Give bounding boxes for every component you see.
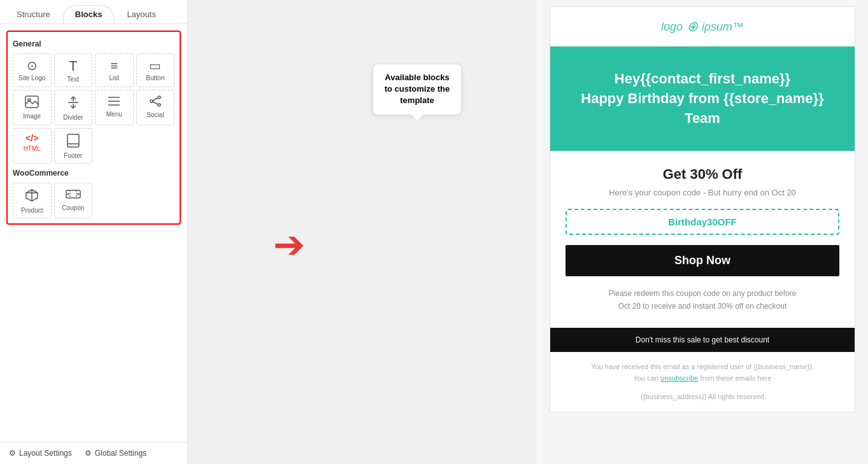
email-body: Get 30% Off Here's your coupon code - Bu…	[550, 151, 855, 327]
block-social[interactable]: Social	[136, 90, 175, 125]
block-list[interactable]: ≡ List	[95, 53, 134, 87]
unsubscribe-link[interactable]: unsubscribe	[660, 374, 698, 382]
block-text[interactable]: T Text	[54, 53, 93, 87]
footer-label: Footer	[64, 152, 82, 159]
text-icon: T	[69, 59, 77, 73]
block-coupon[interactable]: Coupon	[54, 183, 93, 218]
offer-title: Get 30% Off	[566, 166, 839, 183]
block-image[interactable]: Image	[13, 90, 52, 125]
menu-icon	[107, 95, 121, 108]
block-site-logo[interactable]: ⊙ Site Logo	[13, 53, 52, 87]
tooltip-bubble: Available blocks to customize the templa…	[373, 64, 462, 115]
email-hero: Hey{{contact_first_name}} Happy Birthday…	[550, 46, 855, 151]
logo-area: logo ⊕ ipsum™	[562, 18, 843, 35]
tabs-bar: Structure Blocks Layouts	[0, 0, 187, 24]
left-panel: Structure Blocks Layouts General ⊙ Site …	[0, 0, 188, 464]
global-settings-label: Global Settings	[95, 449, 146, 458]
coupon-icon	[66, 188, 81, 202]
tab-blocks[interactable]: Blocks	[63, 5, 115, 24]
list-icon: ≡	[110, 59, 118, 72]
footer-banner-text: Don't miss this sale to get best discoun…	[636, 335, 769, 344]
menu-label: Menu	[106, 111, 122, 118]
svg-point-21	[77, 193, 79, 195]
shop-now-button[interactable]: Shop Now	[566, 245, 839, 276]
email-container: logo ⊕ ipsum™ Hey{{contact_first_name}} …	[550, 6, 855, 412]
html-icon: </>	[25, 134, 38, 143]
site-logo-label: Site Logo	[18, 74, 45, 81]
middle-area: Available blocks to customize the templa…	[188, 0, 537, 464]
offer-subtitle: Here's your coupon code - But hurry end …	[566, 188, 839, 197]
footer-line1: You have received this email as a regist…	[559, 361, 846, 373]
button-icon: ▭	[149, 59, 161, 72]
text-label: Text	[68, 76, 79, 83]
footer-icon	[67, 134, 80, 150]
product-icon	[25, 188, 39, 204]
footer-address: {{business_address}} All rights reserved	[559, 391, 846, 403]
tab-structure[interactable]: Structure	[5, 5, 62, 24]
blocks-content: General ⊙ Site Logo T Text ≡ List	[0, 24, 187, 442]
svg-line-12	[153, 102, 158, 104]
block-html[interactable]: </> HTML	[13, 128, 52, 164]
logo-text: logo	[661, 20, 683, 34]
list-label: List	[109, 74, 119, 81]
woo-blocks-grid: Product Coupon	[13, 183, 174, 218]
block-divider[interactable]: Divider	[54, 90, 93, 125]
tab-layouts[interactable]: Layouts	[115, 5, 167, 24]
coupon-code-box: Birthday30OFF	[566, 209, 839, 235]
tooltip-text: Available blocks to customize the templa…	[385, 73, 450, 105]
hero-line3: Team	[685, 110, 720, 126]
logo-globe-icon: ⊕	[687, 18, 698, 35]
button-label: Button	[146, 74, 164, 81]
social-icon	[148, 95, 162, 109]
arrow-container: ➔	[273, 226, 305, 264]
product-label: Product	[21, 207, 43, 214]
logo-ipsum: ipsum™	[702, 20, 744, 34]
divider-icon	[66, 95, 80, 111]
footer-line2: You can unsubscribe from these emails he…	[559, 372, 846, 384]
block-footer[interactable]: Footer	[54, 128, 93, 164]
html-label: HTML	[24, 145, 41, 152]
image-icon	[25, 95, 39, 110]
email-footer: You have received this email as a regist…	[550, 352, 855, 412]
blocks-border: General ⊙ Site Logo T Text ≡ List	[6, 31, 181, 225]
right-arrow-icon: ➔	[273, 223, 305, 266]
divider-label: Divider	[63, 114, 83, 121]
hero-heading: Hey{{contact_first_name}} Happy Birthday…	[566, 69, 839, 128]
email-header: logo ⊕ ipsum™	[550, 7, 855, 46]
layout-settings-icon: ⚙	[9, 449, 16, 458]
global-settings-button[interactable]: ⚙ Global Settings	[85, 449, 146, 458]
redeem-text: Please redeem this coupon code on any pr…	[566, 288, 839, 312]
email-footer-banner: Don't miss this sale to get best discoun…	[550, 328, 855, 352]
block-product[interactable]: Product	[13, 183, 52, 218]
coupon-label: Coupon	[62, 204, 84, 211]
hero-line1: Hey{{contact_first_name}}	[615, 71, 790, 87]
block-button[interactable]: ▭ Button	[136, 53, 175, 87]
svg-line-11	[153, 98, 158, 101]
image-label: Image	[23, 113, 41, 120]
global-settings-icon: ⚙	[85, 449, 92, 458]
bottom-bar: ⚙ Layout Settings ⚙ Global Settings	[0, 442, 187, 464]
layout-settings-button[interactable]: ⚙ Layout Settings	[9, 449, 72, 458]
block-menu[interactable]: Menu	[95, 90, 134, 125]
woocommerce-section-label: WooCommerce	[13, 169, 174, 178]
hero-line2: Happy Birthday from {{store_name}}	[581, 90, 823, 106]
svg-point-9	[150, 100, 153, 102]
svg-point-10	[158, 104, 160, 106]
general-section-label: General	[13, 39, 174, 48]
social-label: Social	[146, 111, 164, 118]
site-logo-icon: ⊙	[27, 59, 38, 72]
general-blocks-grid: ⊙ Site Logo T Text ≡ List ▭ Button	[13, 53, 174, 164]
layout-settings-label: Layout Settings	[19, 449, 72, 458]
svg-rect-13	[68, 134, 79, 147]
svg-point-20	[67, 193, 69, 195]
email-preview-panel: logo ⊕ ipsum™ Hey{{contact_first_name}} …	[537, 0, 868, 464]
svg-point-8	[158, 96, 160, 99]
